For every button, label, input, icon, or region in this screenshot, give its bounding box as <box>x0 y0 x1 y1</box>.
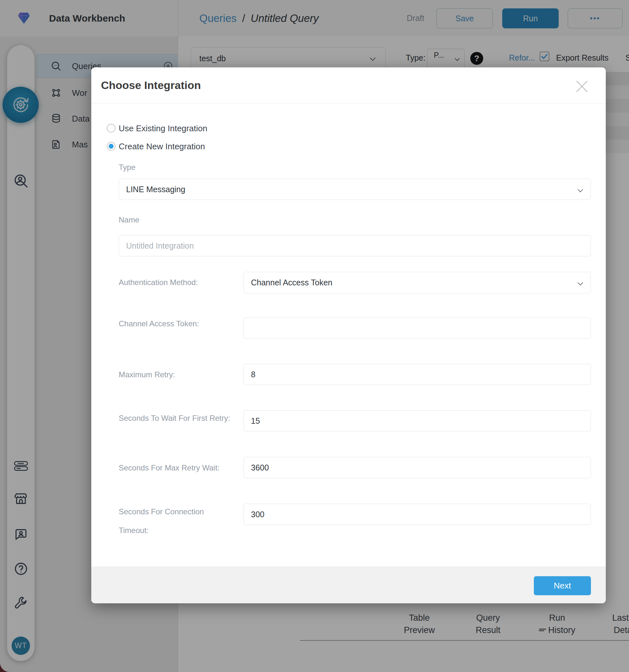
name-field-label: Name <box>119 215 139 224</box>
first-retry-wait-input[interactable] <box>243 410 591 431</box>
close-icon[interactable] <box>575 79 589 94</box>
next-button[interactable]: Next <box>534 576 591 595</box>
chevron-down-icon <box>578 280 583 286</box>
choose-integration-modal: Choose Integration Use Existing Integrat… <box>91 67 606 603</box>
screen: Data Workbench Queries / Untitled Query … <box>0 0 629 672</box>
integration-type-select[interactable]: LINE Messaging <box>119 178 591 200</box>
channel-token-input[interactable] <box>243 318 591 339</box>
max-retry-wait-input[interactable] <box>243 457 591 478</box>
connection-timeout-label: Seconds For Connection Timeout: <box>119 502 232 540</box>
radio-icon <box>107 124 115 133</box>
channel-token-label: Channel Access Token: <box>119 319 199 328</box>
radio-icon-selected <box>107 142 115 150</box>
chevron-down-icon <box>578 187 583 192</box>
integration-type-value: LINE Messaging <box>126 179 185 199</box>
max-retry-input[interactable] <box>243 364 591 385</box>
connection-timeout-input[interactable] <box>243 504 591 525</box>
radio-label: Create New Integration <box>119 142 205 151</box>
max-retry-label: Maximum Retry: <box>119 370 175 379</box>
auth-method-select[interactable]: Channel Access Token <box>243 272 591 293</box>
type-field-label: Type <box>119 163 136 172</box>
first-retry-wait-label: Seconds To Wait For First Retry: <box>119 409 232 428</box>
max-retry-wait-label: Seconds For Max Retry Wait: <box>119 463 220 473</box>
auth-method-label: Authentication Method: <box>119 278 198 287</box>
auth-method-value: Channel Access Token <box>251 272 332 293</box>
radio-label: Use Existing Integration <box>119 123 207 134</box>
integration-name-input[interactable] <box>119 235 591 256</box>
modal-title: Choose Integration <box>101 67 201 103</box>
modal-header-divider <box>91 103 606 103</box>
modal-footer: Next <box>91 567 606 603</box>
